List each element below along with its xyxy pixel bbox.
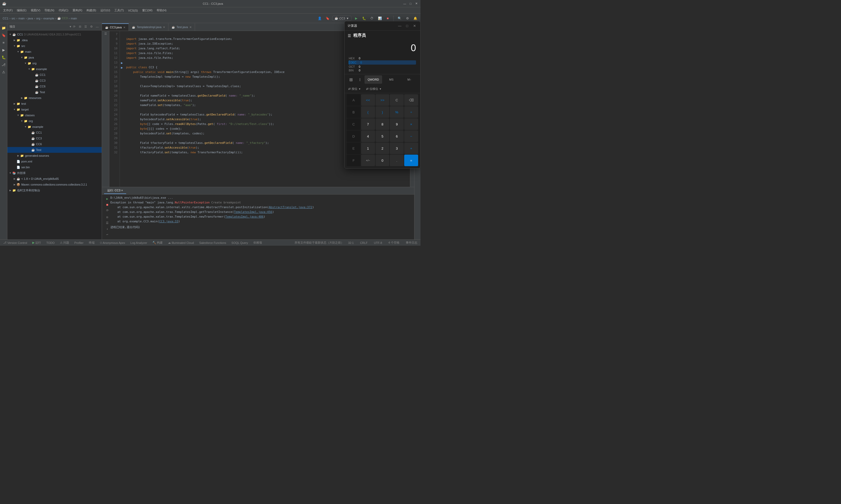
search-btn[interactable]: 🔍 bbox=[396, 15, 402, 21]
close-btn[interactable]: ✕ bbox=[414, 2, 418, 6]
run-wrap-btn[interactable]: ↩ bbox=[105, 232, 109, 237]
tree-main[interactable]: ▼ 📁 main bbox=[7, 49, 102, 55]
breadcrumb-cc1[interactable]: CC1 bbox=[3, 17, 8, 20]
run-fold-btn[interactable]: ⊟ bbox=[105, 215, 109, 220]
bottom-tab-run[interactable]: 运行: CC3 × bbox=[104, 187, 126, 194]
breadcrumb-main[interactable]: main bbox=[18, 17, 25, 20]
run-stop-btn[interactable]: ■ bbox=[105, 202, 109, 207]
tree-idea[interactable]: ▶ 📁 .idea bbox=[7, 37, 102, 43]
calc-menu-btn[interactable]: ☰ bbox=[348, 34, 351, 38]
calc-maximize-btn[interactable]: □ bbox=[405, 23, 410, 29]
breadcrumb-org[interactable]: org bbox=[36, 17, 40, 20]
calc-btn-divide[interactable]: ÷ bbox=[404, 106, 418, 118]
git-sidebar-icon[interactable]: ⎇ bbox=[1, 61, 7, 68]
calc-btn-multiply[interactable]: × bbox=[404, 119, 418, 130]
calc-bit-mode[interactable]: ⁞ bbox=[356, 75, 364, 84]
tree-cc6[interactable]: ▶ ☕ CC6 bbox=[7, 84, 102, 89]
calc-btn-rparen[interactable]: ) bbox=[376, 106, 390, 118]
calc-btn-lparen[interactable]: ( bbox=[361, 106, 375, 118]
menu-run[interactable]: 运行(U) bbox=[98, 8, 112, 13]
calc-btn-dot[interactable]: . bbox=[390, 155, 404, 166]
tree-src[interactable]: ▼ 📁 src bbox=[7, 43, 102, 49]
debug-sidebar-icon[interactable]: 🐛 bbox=[1, 54, 7, 60]
breadcrumb-src[interactable]: src bbox=[12, 17, 16, 20]
menu-navigate[interactable]: 导航(N) bbox=[42, 8, 56, 13]
tree-org2[interactable]: ▼ 📁 org bbox=[7, 118, 102, 124]
menu-tools[interactable]: 工具(T) bbox=[112, 8, 126, 13]
run-config[interactable]: ☕ CC3 ▼ bbox=[332, 16, 351, 21]
tree-jdk[interactable]: ▶ ☕ < 1.8 > D:\JAVA_env\jdk8u65 bbox=[7, 176, 102, 182]
panel-sync-icon[interactable]: ⟳ bbox=[72, 24, 76, 29]
calc-btn-d[interactable]: D bbox=[347, 130, 361, 142]
bt-profiler[interactable]: Profiler bbox=[72, 240, 86, 246]
tree-java[interactable]: ▼ 📁 java bbox=[7, 55, 102, 60]
tree-extlibs[interactable]: ▼ 📚 外部库 bbox=[7, 170, 102, 176]
tree-target[interactable]: ▼ 📁 target bbox=[7, 107, 102, 112]
run-filter-btn[interactable]: ☰ bbox=[105, 221, 109, 226]
run-play-btn[interactable]: ▶ bbox=[105, 197, 109, 201]
calc-bitshift-option[interactable]: ⇄ 按位 ▼ bbox=[347, 86, 362, 92]
debug-btn[interactable]: 🐛 bbox=[361, 15, 367, 21]
breadcrumb-example[interactable]: example bbox=[44, 17, 54, 20]
panel-gear-icon[interactable]: ⚙ bbox=[89, 24, 94, 29]
run-rerun-btn[interactable]: ⟳ bbox=[105, 208, 109, 213]
problems-icon[interactable]: ⚠ bbox=[1, 69, 7, 75]
breadcrumb-cc3[interactable]: ☕ CC3 bbox=[57, 17, 68, 20]
profile-run-btn[interactable]: ⏱ bbox=[369, 15, 375, 21]
calc-btn-backspace[interactable]: ⌫ bbox=[404, 94, 418, 106]
calc-close-btn[interactable]: ✕ bbox=[412, 23, 417, 29]
calc-btn-lshift[interactable]: << bbox=[361, 94, 375, 106]
tree-test-t[interactable]: ▶ ☕ Test bbox=[7, 147, 102, 153]
tab-test-close[interactable]: ✕ bbox=[189, 26, 192, 29]
bt-crlf[interactable]: CRLF bbox=[358, 241, 370, 245]
calc-btn-c-hex[interactable]: C bbox=[347, 119, 361, 130]
tree-example2[interactable]: ▼ 📁 example bbox=[7, 124, 102, 130]
calc-btn-2[interactable]: 2 bbox=[376, 143, 390, 154]
tree-cc3-t[interactable]: ▶ ☕ CC3 bbox=[7, 136, 102, 141]
minimize-btn[interactable]: — bbox=[402, 2, 407, 6]
tree-cc1-t[interactable]: ▶ ☕ CC1 bbox=[7, 130, 102, 136]
calc-btn-a[interactable]: A bbox=[347, 94, 361, 106]
bt-build[interactable]: 🔨 构建 bbox=[150, 240, 165, 246]
bt-anonymous-apex[interactable]: ◇ Anonymous Apex bbox=[98, 240, 127, 246]
tree-test-src[interactable]: ▶ ☕ Test bbox=[7, 89, 102, 95]
tree-test-dir[interactable]: ▶ 📁 test bbox=[7, 101, 102, 107]
tree-org[interactable]: ▼ 📁 org bbox=[7, 60, 102, 66]
calc-mu-btn[interactable]: M↑ bbox=[400, 75, 418, 84]
bt-terminal[interactable]: 终端 bbox=[87, 240, 97, 246]
tree-classes[interactable]: ▼ 📁 classes bbox=[7, 112, 102, 118]
bt-versioncontrol[interactable]: ⎇ Version Control bbox=[1, 240, 29, 246]
menu-file[interactable]: 文件(F) bbox=[1, 8, 15, 13]
tree-resources[interactable]: ▶ 📁 resources bbox=[7, 95, 102, 101]
calc-btn-percent[interactable]: % bbox=[390, 106, 404, 118]
bt-salesforce[interactable]: Salesforce Functions bbox=[197, 240, 228, 246]
bt-run[interactable]: ▶ 运行 bbox=[30, 240, 43, 246]
tree-maven[interactable]: ▶ 📦 Maven: commons-collections:commons-c… bbox=[7, 182, 102, 187]
maximize-btn[interactable]: □ bbox=[408, 2, 413, 6]
calc-btn-e[interactable]: E bbox=[347, 143, 361, 154]
bt-soql[interactable]: SOQL Query bbox=[229, 240, 250, 246]
bookmark-sidebar-icon[interactable]: 🔖 bbox=[1, 32, 7, 38]
menu-help[interactable]: 帮助(H) bbox=[155, 8, 169, 13]
calc-btn-c[interactable]: C bbox=[390, 94, 404, 106]
calc-btn-6[interactable]: 6 bbox=[390, 130, 404, 142]
calc-btn-8[interactable]: 8 bbox=[376, 119, 390, 130]
calc-btn-plus[interactable]: + bbox=[404, 143, 418, 154]
calc-btn-7[interactable]: 7 bbox=[361, 119, 375, 130]
calc-btn-1[interactable]: 1 bbox=[361, 143, 375, 154]
calc-btn-0[interactable]: 0 bbox=[376, 155, 390, 166]
tree-example[interactable]: ▼ 📁 example bbox=[7, 66, 102, 72]
menu-code[interactable]: 代码(C) bbox=[56, 8, 70, 13]
calc-btn-equals[interactable]: = bbox=[404, 155, 418, 166]
panel-collapse-icon[interactable]: ⊟ bbox=[78, 24, 82, 29]
run-settings-btn[interactable]: ⚙ bbox=[105, 238, 109, 239]
menu-window[interactable]: 窗口(W) bbox=[140, 8, 155, 13]
calc-btn-9[interactable]: 9 bbox=[390, 119, 404, 130]
menu-view[interactable]: 视图(V) bbox=[29, 8, 42, 13]
tab-ti-close[interactable]: ✕ bbox=[163, 26, 165, 29]
coverage-btn[interactable]: 📊 bbox=[377, 15, 383, 21]
bt-todo[interactable]: TODO bbox=[44, 240, 57, 246]
calc-btn-4[interactable]: 4 bbox=[361, 130, 375, 142]
tree-generated[interactable]: ▶ 📁 generated-sources bbox=[7, 153, 102, 159]
run-btn[interactable]: ▶ bbox=[353, 15, 359, 21]
